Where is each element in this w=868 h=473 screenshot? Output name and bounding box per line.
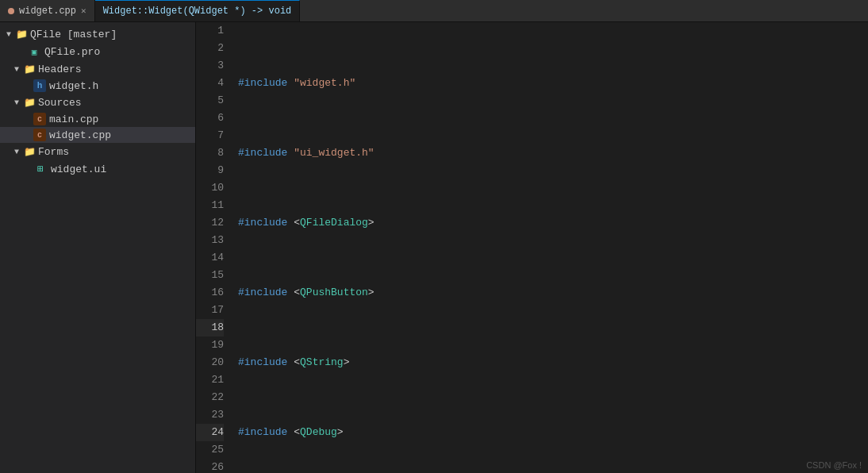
tree-item-label: main.cpp (46, 113, 195, 125)
cpp-file-icon: c (33, 129, 46, 141)
chevron-down-icon: ▼ (11, 148, 22, 156)
line-num-7: 7 (196, 127, 224, 144)
code-line-4: #include <QPushButton> (238, 284, 868, 302)
code-line-1: #include "widget.h" (238, 75, 868, 92)
folder-icon: 📁 (22, 144, 36, 159)
line-num-19: 19 (196, 336, 224, 354)
chevron-down-icon: ▼ (3, 30, 14, 39)
h-file-icon: h (33, 79, 46, 92)
line-num-4: 4 (196, 75, 224, 92)
line-num-6: 6 (196, 110, 224, 127)
tree-forms[interactable]: ▼ 📁 Forms (0, 143, 195, 160)
watermark: CSDN @Fox ! (806, 460, 862, 470)
line-num-20: 20 (196, 354, 224, 371)
tree-qfile-master[interactable]: ▼ 📁 QFile [master] (0, 25, 195, 43)
tab-function-signature[interactable]: Widget::Widget(QWidget *) -> void (95, 0, 301, 21)
line-num-5: 5 (196, 92, 224, 110)
folder-icon: 📁 (14, 27, 29, 41)
tab-bar: widget.cpp ✕ Widget::Widget(QWidget *) -… (0, 0, 868, 22)
code-line-5: #include <QString> (238, 354, 868, 371)
line-num-24: 24 (196, 424, 224, 441)
line-num-17: 17 (196, 302, 224, 319)
tree-item-label: QFile.pro (41, 46, 195, 58)
chevron-down-icon: ▼ (11, 98, 22, 107)
line-num-18: 18 (196, 319, 224, 336)
tree-widget-cpp[interactable]: c widget.cpp (0, 127, 195, 143)
tree-qfile-pro[interactable]: ▣ QFile.pro (0, 43, 195, 60)
line-num-21: 21 (196, 371, 224, 389)
tree-widget-h[interactable]: h widget.h (0, 78, 195, 94)
line-num-23: 23 (196, 406, 224, 424)
tree-sources[interactable]: ▼ 📁 Sources (0, 94, 195, 111)
line-num-13: 13 (196, 232, 224, 249)
tree-item-label: widget.ui (48, 163, 195, 175)
line-num-10: 10 (196, 179, 224, 197)
line-num-16: 16 (196, 284, 224, 302)
pro-icon: ▣ (27, 44, 41, 59)
close-icon[interactable]: ✕ (81, 6, 86, 16)
tree-item-label: widget.cpp (46, 129, 195, 141)
tree-main-cpp[interactable]: c main.cpp (0, 111, 195, 127)
line-num-26: 26 (196, 459, 224, 473)
sidebar: ▼ 📁 QFile [master] ▣ QFile.pro ▼ 📁 Heade… (0, 22, 196, 473)
line-num-1: 1 (196, 22, 224, 40)
tab-label: widget.cpp (19, 6, 76, 17)
line-num-22: 22 (196, 389, 224, 406)
code-line-6: #include <QDebug> (238, 424, 868, 441)
line-num-25: 25 (196, 441, 224, 459)
tree-headers[interactable]: ▼ 📁 Headers (0, 60, 195, 78)
folder-icon: 📁 (22, 95, 36, 110)
code-content[interactable]: #include "widget.h" #include "ui_widget.… (232, 22, 868, 473)
cpp-file-icon: c (33, 113, 46, 125)
tree-item-label: widget.h (46, 80, 195, 92)
tree-item-label: Forms (36, 146, 195, 158)
folder-icon: 📁 (22, 62, 36, 76)
tab-widget-cpp[interactable]: widget.cpp ✕ (0, 0, 95, 21)
tree-item-label: Headers (36, 63, 195, 75)
code-line-3: #include <QFileDialog> (238, 214, 868, 232)
tab-function-label: Widget::Widget(QWidget *) -> void (103, 6, 292, 17)
tree-item-label: QFile [master] (29, 29, 195, 40)
tree-item-label: Sources (36, 97, 195, 109)
tree-widget-ui[interactable]: ⊞ widget.ui (0, 160, 195, 178)
line-num-9: 9 (196, 162, 224, 179)
main-area: ▼ 📁 QFile [master] ▣ QFile.pro ▼ 📁 Heade… (0, 22, 868, 473)
line-numbers: 1 2 3 4 5 6 7 8 9 10 11 12 13 14 15 16 1… (196, 22, 232, 473)
line-num-15: 15 (196, 267, 224, 284)
code-area: 1 2 3 4 5 6 7 8 9 10 11 12 13 14 15 16 1… (196, 22, 868, 473)
code-line-2: #include "ui_widget.h" (238, 144, 868, 162)
tab-icon (8, 8, 14, 14)
line-num-14: 14 (196, 249, 224, 267)
line-num-8: 8 (196, 144, 224, 162)
line-num-2: 2 (196, 40, 224, 57)
line-num-12: 12 (196, 214, 224, 232)
line-num-3: 3 (196, 57, 224, 75)
line-num-11: 11 (196, 197, 224, 214)
ui-file-icon: ⊞ (33, 162, 48, 176)
chevron-down-icon: ▼ (11, 65, 22, 74)
